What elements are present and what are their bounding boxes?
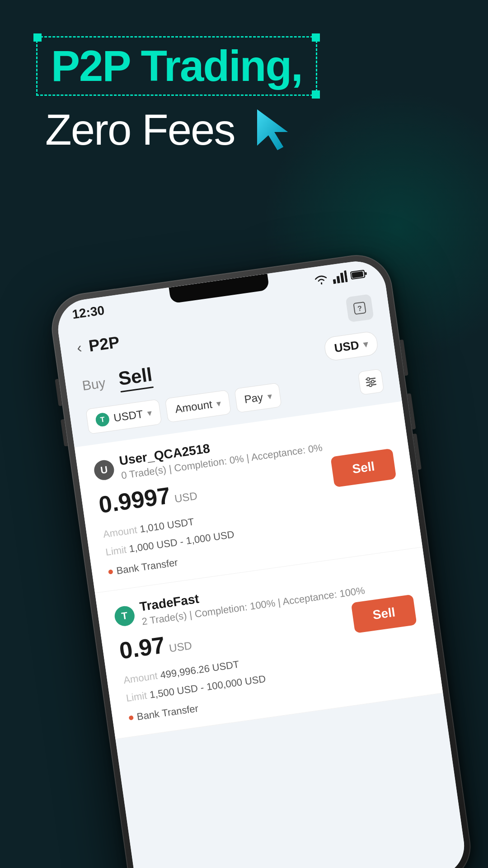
amount-label-2: Amount xyxy=(123,670,159,686)
help-icon: ? xyxy=(352,301,367,316)
svg-point-16 xyxy=(369,384,372,387)
svg-rect-2 xyxy=(333,279,336,284)
currency-label: USD xyxy=(333,338,360,355)
pay-filter-dropdown[interactable]: Pay ▾ xyxy=(234,382,282,413)
back-arrow-icon: ‹ xyxy=(76,339,83,356)
amount-label-1: Amount xyxy=(102,524,138,540)
coin-label: USDT xyxy=(113,408,144,425)
pay-label: Pay xyxy=(244,391,264,406)
sell-button-1[interactable]: Sell xyxy=(330,448,396,488)
amount-filter-dropdown[interactable]: Amount ▾ xyxy=(165,390,231,423)
usdt-icon: T xyxy=(95,412,110,427)
zero-fees-text: Zero Fees xyxy=(45,105,235,155)
signal-icon xyxy=(332,270,347,284)
listings-wrapper: U User_QCA2518 0 Trade(s) | Completion: … xyxy=(75,401,443,740)
currency-dropdown[interactable]: USD ▾ xyxy=(324,330,379,362)
pay-chevron-icon: ▾ xyxy=(267,391,272,402)
back-button[interactable]: ‹ P2P xyxy=(75,333,121,358)
app-title: P2P xyxy=(88,333,121,356)
user-avatar-1: U xyxy=(93,459,116,481)
sell-button-2[interactable]: Sell xyxy=(351,594,417,634)
corner-tl xyxy=(33,33,42,42)
svg-rect-4 xyxy=(340,273,344,283)
price-display-1: 0.9997 USD xyxy=(97,480,198,517)
tab-buy[interactable]: Buy xyxy=(81,375,107,393)
price-currency-1: USD xyxy=(174,490,198,505)
wifi-icon xyxy=(312,273,330,287)
amount-chevron-icon: ▾ xyxy=(216,397,222,409)
payment-tag-1: Bank Transfer xyxy=(108,557,178,578)
payment-method-1: Bank Transfer xyxy=(116,557,178,577)
tabs-left: Buy Sell xyxy=(80,363,154,395)
screen-content: ‹ P2P ? Buy Sell xyxy=(58,283,468,868)
battery-icon xyxy=(350,269,368,281)
price-value-2: 0.97 xyxy=(117,632,166,664)
svg-marker-1 xyxy=(257,109,288,150)
status-icons xyxy=(312,268,368,287)
svg-text:?: ? xyxy=(357,304,362,312)
svg-point-15 xyxy=(371,380,375,383)
filter-icon xyxy=(364,375,378,389)
payment-method-2: Bank Transfer xyxy=(136,703,199,723)
svg-rect-7 xyxy=(352,271,363,278)
svg-rect-8 xyxy=(365,272,367,275)
svg-rect-5 xyxy=(344,270,348,282)
corner-tr xyxy=(312,33,320,42)
tab-sell[interactable]: Sell xyxy=(117,363,154,390)
payment-tag-2: Bank Transfer xyxy=(128,703,199,724)
amount-label: Amount xyxy=(174,398,213,415)
coin-filter-dropdown[interactable]: T USDT ▾ xyxy=(85,399,162,434)
payment-dot-1 xyxy=(108,570,113,575)
zero-fees-row: Zero Fees xyxy=(36,105,452,155)
limit-label-2: Limit xyxy=(125,689,147,703)
filter-icon-button[interactable] xyxy=(358,368,385,395)
cursor-icon xyxy=(253,107,293,152)
status-time: 12:30 xyxy=(71,303,105,322)
help-button[interactable]: ? xyxy=(345,294,374,322)
price-currency-2: USD xyxy=(169,639,193,655)
payment-dot-2 xyxy=(129,716,134,721)
trading-title: P2P Trading, xyxy=(51,42,302,90)
svg-point-14 xyxy=(367,377,370,381)
limit-label-1: Limit xyxy=(105,543,127,557)
user-avatar-2: T xyxy=(113,605,136,627)
currency-chevron: ▾ xyxy=(363,338,369,349)
price-value-1: 0.9997 xyxy=(97,482,172,518)
corner-br xyxy=(312,90,320,99)
header-section: P2P Trading, Zero Fees xyxy=(0,0,488,173)
svg-rect-3 xyxy=(337,276,340,283)
coin-chevron-icon: ▾ xyxy=(147,407,153,419)
trading-title-box: P2P Trading, xyxy=(36,36,317,96)
price-display-2: 0.97 USD xyxy=(118,629,193,663)
